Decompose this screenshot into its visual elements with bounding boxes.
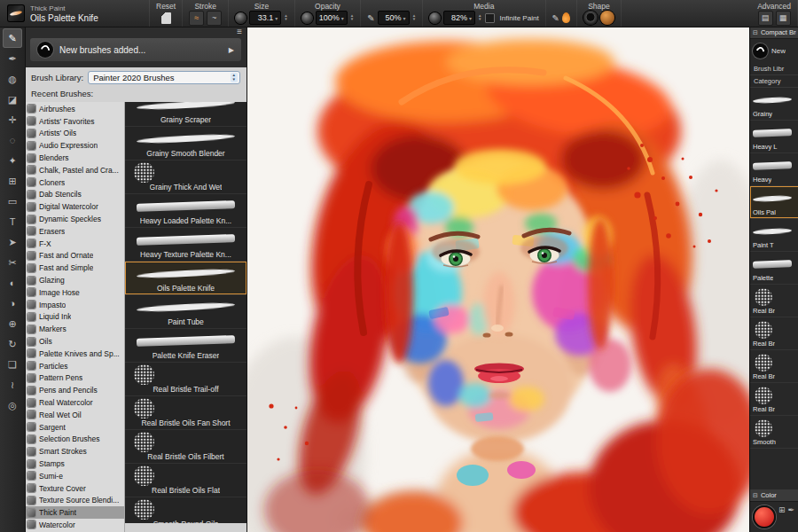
shape-curve-tool[interactable]: ≀ xyxy=(3,375,22,395)
compact-variant-item[interactable]: Real Br xyxy=(750,317,798,350)
compact-variant-item[interactable]: Palette xyxy=(750,252,798,285)
compact-variant-item[interactable]: Smooth xyxy=(750,416,798,449)
brush-category-item[interactable]: Sumi-e xyxy=(25,470,124,482)
current-color-swatch[interactable] xyxy=(753,505,776,528)
color-wheel-icon[interactable]: ⊞ xyxy=(778,505,786,514)
brush-category-item[interactable]: Palette Knives and Sp... xyxy=(25,348,124,360)
text-tool[interactable]: T xyxy=(3,212,22,231)
brush-category-item[interactable]: Pens and Pencils xyxy=(25,384,124,396)
paint-bucket-tool[interactable]: ◍ xyxy=(3,69,22,89)
brush-category-item[interactable]: Chalk, Pastel and Cra... xyxy=(25,164,124,176)
compact-variant-item[interactable]: Real Br xyxy=(750,350,798,383)
magic-wand-tool[interactable]: ✦ xyxy=(3,151,22,170)
dropper-tool[interactable]: ✒ xyxy=(3,49,22,68)
compact-category-row[interactable]: Category xyxy=(750,75,798,88)
brush-category-item[interactable]: Digital Watercolor xyxy=(25,200,124,213)
brush-category-item[interactable]: Texture Source Blendi... xyxy=(25,495,124,507)
brush-category-item[interactable]: Cloners xyxy=(25,176,124,189)
media-stepper[interactable]: ▲▼ xyxy=(478,14,481,22)
brush-tool[interactable]: ✎ xyxy=(3,28,22,48)
brush-category-item[interactable]: Liquid Ink xyxy=(25,311,124,324)
brush-category-item[interactable]: Stamps xyxy=(25,458,124,470)
rotate-page-tool[interactable]: ↻ xyxy=(3,334,22,354)
brush-variant-item[interactable]: Palette Knife Eraser xyxy=(125,329,246,363)
transform-tool[interactable]: ⊞ xyxy=(3,171,22,191)
brush-variant-item[interactable]: Grainy Thick And Wet xyxy=(125,160,246,194)
stroke-style-button[interactable]: ≈ xyxy=(189,11,204,26)
brush-category-item[interactable]: Artists' Oils xyxy=(25,128,124,140)
new-brushes-banner[interactable]: New brushes added... ▶ xyxy=(30,38,241,61)
compact-variant-item[interactable]: Grainy xyxy=(750,88,798,121)
brush-category-item[interactable]: Image Hose xyxy=(25,286,124,299)
brush-category-item[interactable]: Audio Expression xyxy=(25,139,124,152)
brush-tip-button[interactable] xyxy=(600,11,614,25)
cloner-tool[interactable]: ⊕ xyxy=(3,314,22,333)
brush-library-dropdown[interactable]: Painter 2020 Brushes ▲▼ xyxy=(88,71,240,84)
brush-category-item[interactable]: Selection Brushes xyxy=(25,434,124,446)
grain-input[interactable]: 50% ▾ xyxy=(378,11,410,25)
brush-category-item[interactable]: Oils xyxy=(25,335,124,348)
canvas-area[interactable] xyxy=(246,27,749,532)
brush-category-item[interactable]: Real Watercolor xyxy=(25,396,124,409)
opacity-input[interactable]: 100% ▾ xyxy=(316,11,348,25)
brush-shape-button[interactable] xyxy=(583,11,598,25)
brush-variant-item[interactable]: Grainy Scraper xyxy=(125,102,246,127)
brush-category-item[interactable]: Dab Stencils xyxy=(25,189,124,201)
active-brush-selector[interactable]: Thick Paint Oils Palette Knife xyxy=(0,0,150,27)
compact-variant-item[interactable]: Real Br xyxy=(750,383,798,416)
eyedropper-icon[interactable]: ✒ xyxy=(788,505,795,514)
brush-variant-item[interactable]: Oils Palette Knife xyxy=(125,262,246,295)
brush-category-item[interactable]: Fast and Ornate xyxy=(25,250,124,262)
edit-pen-button[interactable]: ✎ xyxy=(552,13,559,23)
magnifier-tool[interactable]: ◎ xyxy=(3,395,22,415)
brush-category-item[interactable]: Texture Cover xyxy=(25,482,124,495)
move-tool[interactable]: ✛ xyxy=(3,110,22,129)
compact-variant-item[interactable]: Heavy L xyxy=(750,121,798,153)
new-brushes-button[interactable]: New xyxy=(750,39,798,63)
brush-category-item[interactable]: Fast and Simple xyxy=(25,262,124,274)
brush-category-item[interactable]: Blenders xyxy=(25,152,124,164)
compact-variant-item[interactable]: Real Br xyxy=(750,285,798,317)
advanced-settings-button[interactable]: ▤ xyxy=(758,11,773,26)
brush-category-item[interactable]: Smart Strokes xyxy=(25,445,124,458)
brush-category-item[interactable]: Artists' Favorites xyxy=(25,115,124,128)
reset-brush-button[interactable] xyxy=(161,12,171,24)
scissors-tool[interactable]: ✂ xyxy=(3,253,22,272)
brush-variant-item[interactable]: Heavy Texture Palette Kn... xyxy=(125,228,246,262)
advanced-panel-button[interactable]: ▦ xyxy=(776,11,791,26)
brush-variant-item[interactable]: Real Bristle Trail-off xyxy=(125,363,246,396)
layer-adjuster-tool[interactable]: ❏ xyxy=(3,355,22,374)
brush-variant-item[interactable]: Real Bristle Oils Filbert xyxy=(125,430,246,464)
brush-category-item[interactable]: Thick Paint xyxy=(25,506,124,519)
color-panel-header[interactable]: ⊟ Color xyxy=(750,489,798,502)
brush-variant-item[interactable]: Heavy Loaded Palette Kn... xyxy=(125,194,246,228)
opacity-stepper[interactable]: ▲▼ xyxy=(350,14,354,22)
crop-tool[interactable]: ▭ xyxy=(3,192,22,211)
brush-category-item[interactable]: Erasers xyxy=(25,225,124,238)
media-droplet-button[interactable] xyxy=(562,12,570,23)
brush-category-item[interactable]: Glazing xyxy=(25,274,124,286)
lasso-tool[interactable]: ◌ xyxy=(3,130,22,150)
brush-category-item[interactable]: Particles xyxy=(25,360,124,372)
compact-variant-item[interactable]: Heavy xyxy=(750,153,798,186)
brush-category-item[interactable]: Pattern Pens xyxy=(25,372,124,385)
brush-variant-item[interactable]: Smooth Round Oils xyxy=(125,497,246,523)
brush-variant-item[interactable]: Paint Tube xyxy=(125,295,246,329)
eraser-tool[interactable]: ◪ xyxy=(3,90,22,109)
pen-tool[interactable]: ➤ xyxy=(3,232,22,252)
panel-menu-icon[interactable]: ≡ xyxy=(237,27,242,36)
brush-variant-item[interactable]: Grainy Smooth Blender xyxy=(125,127,246,160)
brush-category-item[interactable]: Watercolor xyxy=(25,519,124,531)
compact-brush-header[interactable]: ⊟ Compact Brush xyxy=(750,27,798,39)
burn-tool[interactable]: ◑ xyxy=(3,293,22,313)
brush-category-item[interactable]: Sargent xyxy=(25,421,124,434)
stroke-options-button[interactable]: ~ xyxy=(207,11,222,26)
brush-category-item[interactable]: Impasto xyxy=(25,299,124,311)
grain-stepper[interactable]: ▲▼ xyxy=(412,14,416,22)
brush-category-item[interactable]: F-X xyxy=(25,238,124,250)
brush-category-item[interactable]: Dynamic Speckles xyxy=(25,213,124,225)
compact-library-row[interactable]: Brush Libr xyxy=(750,63,798,75)
dodge-tool[interactable]: ◐ xyxy=(3,273,22,293)
size-stepper[interactable]: ▲▼ xyxy=(284,14,287,22)
brush-category-item[interactable]: Airbrushes xyxy=(25,103,124,115)
